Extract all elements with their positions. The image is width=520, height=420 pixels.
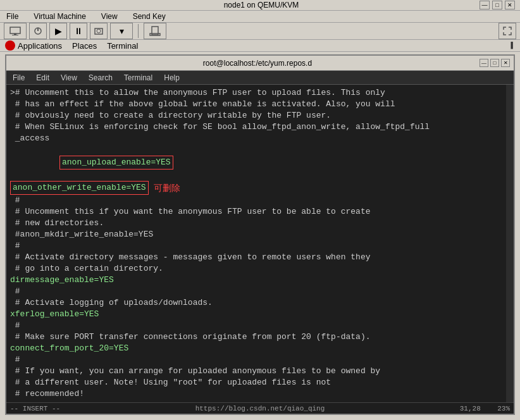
outer-window-title: node1 on QEMU/KVM (43, 1, 480, 9)
outer-menu-view[interactable]: View (97, 11, 121, 22)
line-14: # go into a certain directory. (10, 263, 510, 275)
line-20: # Make sure PORT transfer connections or… (10, 331, 510, 343)
toolbar-monitor-button[interactable] (4, 23, 27, 39)
line-19: # (10, 320, 510, 331)
statusbar-url: https://blog.csdn.net/qiao_qing (195, 405, 325, 412)
svg-rect-0 (10, 27, 20, 34)
inner-window-container: root@localhost:/etc/yum.repos.d — □ ✕ Fi… (0, 52, 520, 420)
inner-menu-file[interactable]: File (10, 72, 27, 83)
toolbar-fullscreen-button[interactable] (498, 23, 516, 39)
line-17: # Activate logging of uploads/downloads. (10, 297, 510, 309)
toolbar-pause-button[interactable]: ⏸ (70, 23, 87, 39)
line-13: # Activate directory messages - messages… (10, 252, 510, 263)
line-12: # (10, 240, 510, 252)
line-4: # When SELinux is enforcing check for SE… (10, 121, 510, 133)
inner-window: root@localhost:/etc/yum.repos.d — □ ✕ Fi… (5, 54, 515, 415)
outer-close-button[interactable]: ✕ (505, 1, 515, 9)
outer-menu-virtualmachine[interactable]: Virtual Machine (30, 11, 90, 22)
svg-point-6 (97, 29, 101, 33)
line-2: # has an effect if the above global writ… (10, 99, 510, 110)
line-15: dirmessage_enable=YES (10, 275, 510, 286)
outer-menu-file[interactable]: File (3, 11, 22, 22)
statusbar-mode: -- INSERT -- (10, 405, 60, 412)
inner-menu-search[interactable]: Search (86, 72, 115, 83)
toolbar-dropdown-button[interactable]: ▾ (110, 23, 133, 39)
inner-window-controls: — □ ✕ (480, 59, 510, 67)
appbar-terminal[interactable]: Terminal (107, 41, 138, 51)
highlight-anon-upload: anon_upload_enable=YES (59, 156, 173, 170)
outer-menu-sendkey[interactable]: Send Key (129, 11, 170, 22)
line-16: # (10, 286, 510, 297)
inner-close-button[interactable]: ✕ (501, 59, 510, 67)
annotation-deletable: 可删除 (154, 182, 180, 194)
inner-menu-edit[interactable]: Edit (34, 72, 52, 83)
inner-restore-button[interactable]: □ (490, 59, 499, 67)
inner-window-title: root@localhost:/etc/yum.repos.d (35, 59, 480, 68)
appbar-applications[interactable]: Applications (5, 40, 62, 51)
line-18: xferlog_enable=YES (10, 309, 510, 320)
toolbar-power-button[interactable] (29, 23, 47, 39)
line-7: anon_other_write_enable=YES 可删除 (10, 181, 510, 195)
appbar-right: ▌ (511, 42, 515, 49)
statusbar: -- INSERT -- https://blog.csdn.net/qiao_… (6, 402, 514, 414)
inner-menu-help[interactable]: Help (161, 72, 182, 83)
applications-icon (5, 40, 15, 51)
svg-rect-1 (14, 34, 16, 35)
line-5: _access (10, 133, 510, 144)
line-23: # If you want, you can arrange for uploa… (10, 366, 510, 377)
inner-menu-terminal[interactable]: Terminal (121, 72, 155, 83)
outer-restore-button[interactable]: □ (492, 1, 502, 9)
outer-toolbar: ▶ ⏸ ▾ (0, 23, 520, 40)
line-3: # obviously need to create a directory w… (10, 110, 510, 121)
line-1: ># Uncomment this to allow the anonymous… (10, 87, 510, 99)
appbar-applications-label: Applications (18, 41, 62, 51)
line-6: anon_upload_enable=YES (10, 144, 510, 181)
inner-menubar: File Edit View Search Terminal Help (6, 71, 514, 85)
outer-minimize-button[interactable]: — (480, 1, 490, 9)
line-11: #anon_mkdir_write_enable=YES (10, 229, 510, 240)
line-24: # a different user. Note! Using "root" f… (10, 377, 510, 388)
terminal-content[interactable]: ># Uncomment this to allow the anonymous… (6, 85, 514, 402)
toolbar-separator (138, 24, 139, 38)
inner-menu-view[interactable]: View (58, 72, 80, 83)
line-8: # (10, 195, 510, 206)
outer-window: node1 on QEMU/KVM — □ ✕ File Virtual Mac… (0, 0, 520, 420)
line-9: # Uncomment this if you want the anonymo… (10, 206, 510, 218)
line-22: # (10, 354, 510, 366)
terminal-scrollbar[interactable] (506, 85, 514, 402)
inner-titlebar: root@localhost:/etc/yum.repos.d — □ ✕ (6, 56, 514, 71)
inner-minimize-button[interactable]: — (480, 59, 488, 67)
statusbar-position: 31,28 23% (460, 405, 510, 412)
outer-titlebar: node1 on QEMU/KVM — □ ✕ (0, 0, 520, 11)
line-21: connect_from_port_20=YES (10, 343, 510, 354)
highlight-anon-other: anon_other_write_enable=YES (10, 181, 149, 195)
appbar-places[interactable]: Places (72, 41, 97, 51)
line-10: # new directories. (10, 218, 510, 229)
line-25: # recommended! (10, 388, 510, 400)
svg-rect-2 (12, 35, 18, 35)
toolbar-usb-button[interactable] (144, 23, 166, 39)
toolbar-snapshot-button[interactable] (90, 23, 108, 39)
outer-appbar: Applications Places Terminal ▌ (0, 40, 520, 52)
outer-menubar: File Virtual Machine View Send Key (0, 11, 520, 23)
outer-window-controls: — □ ✕ (480, 1, 515, 9)
toolbar-play-button[interactable]: ▶ (49, 23, 67, 39)
